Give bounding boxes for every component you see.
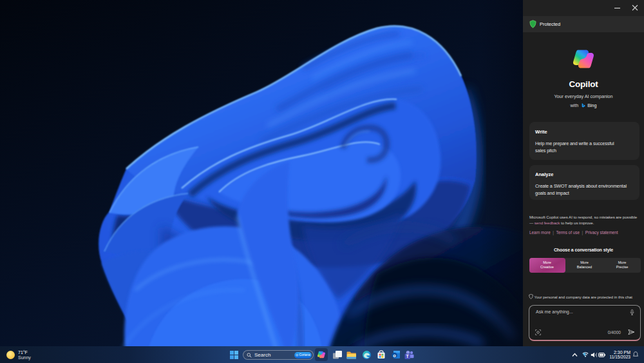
svg-text:T: T <box>406 354 410 358</box>
svg-text:o: o <box>393 353 396 358</box>
